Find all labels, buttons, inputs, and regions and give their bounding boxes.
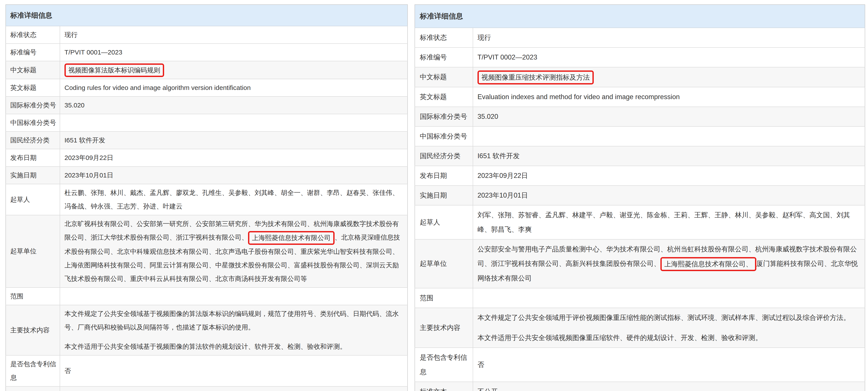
table-header-row: 标准详细信息: [6, 5, 408, 26]
field-value: 35.020: [60, 96, 408, 114]
detail-row: 国际标准分类号35.020: [6, 96, 408, 114]
detail-row: 中国标准分类号: [6, 114, 408, 132]
field-value: I651 软件开发: [473, 146, 865, 166]
field-label: 是否包含专利信息: [6, 355, 60, 386]
field-label: 英文标题: [6, 79, 60, 96]
standard-detail-table-left: 标准详细信息 标准状态现行标准编号T/PVIT 0001—2023中文标题视频图…: [5, 4, 408, 391]
detail-row: 标准状态现行: [6, 26, 408, 44]
field-label: 中文标题: [415, 67, 473, 87]
field-value: 北京旷视科技有限公司、公安部第一研究所、公安部第三研究所、华为技术有限公司、杭州…: [60, 215, 408, 287]
field-label: 中文标题: [6, 61, 60, 79]
field-value: [473, 288, 865, 308]
field-label: 主要技术内容: [6, 305, 60, 355]
field-value: 否: [60, 355, 408, 386]
field-value: T/PVIT 0002—2023: [473, 48, 865, 67]
field-label: 发布日期: [6, 149, 60, 167]
field-label: 起草人: [415, 205, 473, 240]
detail-row: 标准状态现行: [415, 28, 865, 48]
detail-row: 发布日期2023年09月22日: [415, 166, 865, 186]
table-title: 标准详细信息: [415, 5, 865, 28]
field-label: 发布日期: [415, 166, 473, 186]
red-highlight-box: 视频图像算法版本标识编码规则: [64, 63, 164, 77]
detail-row: 标准文本不公开: [415, 382, 865, 391]
field-label: 主要技术内容: [415, 308, 473, 348]
detail-row: 实施日期2023年10月01日: [6, 167, 408, 184]
field-label: 中国标准分类号: [415, 127, 473, 146]
field-label: 标准状态: [415, 28, 473, 48]
detail-table: 标准详细信息 标准状态现行标准编号T/PVIT 0002—2023中文标题视频图…: [414, 4, 865, 391]
detail-row: 标准文本不公开: [6, 386, 408, 391]
red-highlight-box: 上海熙菱信息技术有限公司: [248, 231, 335, 245]
detail-row: 范围: [415, 288, 865, 308]
field-label: 起草人: [6, 184, 60, 215]
detail-row: 标准编号T/PVIT 0001—2023: [6, 44, 408, 61]
field-label: 国际标准分类号: [415, 107, 473, 127]
field-value: 不公开: [60, 386, 408, 391]
field-label: 标准文本: [6, 386, 60, 391]
detail-row: 英文标题Evaluation indexes and method for vi…: [415, 87, 865, 107]
detail-row: 是否包含专利信息否: [6, 355, 408, 386]
detail-row: 英文标题Coding rules for video and image alg…: [6, 79, 408, 96]
field-label: 起草单位: [415, 240, 473, 288]
field-value: 本文件规定了公共安全领域基于视频图像的算法版本标识的编码规则，规范了使用符号、类…: [60, 305, 408, 355]
field-value: [473, 127, 865, 146]
detail-row: 国民经济分类I651 软件开发: [415, 146, 865, 166]
field-value: 现行: [473, 28, 865, 48]
field-value: T/PVIT 0001—2023: [60, 44, 408, 61]
field-label: 范围: [415, 288, 473, 308]
field-value: 现行: [60, 26, 408, 44]
detail-row: 范围: [6, 287, 408, 305]
detail-row: 是否包含专利信息否: [415, 348, 865, 382]
detail-row: 主要技术内容本文件规定了公共安全领域用于评价视频图像重压缩性能的测试指标、测试环…: [415, 308, 865, 348]
detail-row: 实施日期2023年10月01日: [415, 186, 865, 205]
value-text: 、北京格灵深瞳信息技术股份有限公司、北京中科臻观信息技术有限公司、北京声迅电子股…: [64, 234, 400, 282]
field-label: 标准文本: [415, 382, 473, 391]
detail-row: 起草单位北京旷视科技有限公司、公安部第一研究所、公安部第三研究所、华为技术有限公…: [6, 215, 408, 287]
value-paragraph: 本文件规定了公共安全领域基于视频图像的算法版本标识的编码规则，规范了使用符号、类…: [64, 307, 403, 334]
detail-row: 标准编号T/PVIT 0002—2023: [415, 48, 865, 67]
page: 标准详细信息 标准状态现行标准编号T/PVIT 0001—2023中文标题视频图…: [0, 0, 868, 391]
field-value: Evaluation indexes and method for video …: [473, 87, 865, 107]
detail-row: 主要技术内容本文件规定了公共安全领域基于视频图像的算法版本标识的编码规则，规范了…: [6, 305, 408, 355]
field-value: 视频图像算法版本标识编码规则: [60, 61, 408, 79]
field-value: [60, 287, 408, 305]
field-label: 国际标准分类号: [6, 96, 60, 114]
detail-row: 中文标题视频图像重压缩技术评测指标及方法: [415, 67, 865, 87]
field-value: 2023年09月22日: [473, 166, 865, 186]
detail-row: 发布日期2023年09月22日: [6, 149, 408, 167]
field-value: 2023年09月22日: [60, 149, 408, 167]
field-value: 35.020: [473, 107, 865, 127]
field-label: 范围: [6, 287, 60, 305]
detail-table: 标准详细信息 标准状态现行标准编号T/PVIT 0001—2023中文标题视频图…: [5, 4, 408, 391]
detail-row: 国民经济分类I651 软件开发: [6, 132, 408, 149]
detail-row: 中文标题视频图像算法版本标识编码规则: [6, 61, 408, 79]
field-label: 中国标准分类号: [6, 114, 60, 132]
field-label: 实施日期: [6, 167, 60, 184]
field-value: 否: [473, 348, 865, 382]
detail-row: 国际标准分类号35.020: [415, 107, 865, 127]
field-value: I651 软件开发: [60, 132, 408, 149]
field-label: 实施日期: [415, 186, 473, 205]
field-value: 公安部安全与警用电子产品质量检测中心、华为技术有限公司、杭州当虹科技股份有限公司…: [473, 240, 865, 288]
field-label: 是否包含专利信息: [415, 348, 473, 382]
detail-row: 起草单位公安部安全与警用电子产品质量检测中心、华为技术有限公司、杭州当虹科技股份…: [415, 240, 865, 288]
field-value: Coding rules for video and image algorit…: [60, 79, 408, 96]
field-value: 本文件规定了公共安全领域用于评价视频图像重压缩性能的测试指标、测试环境、测试样本…: [473, 308, 865, 348]
field-label: 起草单位: [6, 215, 60, 287]
table-header-row: 标准详细信息: [415, 5, 865, 28]
value-paragraph: 本文件适用于公共安全领域基于视频图像的算法软件的规划设计、软件开发、检测、验收和…: [64, 340, 403, 353]
table-title: 标准详细信息: [6, 5, 408, 26]
field-label: 标准编号: [415, 48, 473, 67]
detail-row: 起草人刘军、张翔、苏智睿、孟凡辉、林建平、卢毅、谢亚光、陈金栋、王莉、王辉、王静…: [415, 205, 865, 240]
red-highlight-box: 上海熙菱信息技术有限公司、: [660, 257, 756, 271]
field-label: 国民经济分类: [415, 146, 473, 166]
field-value: 刘军、张翔、苏智睿、孟凡辉、林建平、卢毅、谢亚光、陈金栋、王莉、王辉、王静、林川…: [473, 205, 865, 240]
field-value: [60, 114, 408, 132]
field-label: 英文标题: [415, 87, 473, 107]
standard-detail-table-right: 标准详细信息 标准状态现行标准编号T/PVIT 0002—2023中文标题视频图…: [414, 4, 865, 391]
detail-row: 起草人杜云鹏、张翔、林川、戴杰、孟凡辉、廖双龙、孔维生、吴参毅、刘其峰、胡全一、…: [6, 184, 408, 215]
field-label: 标准编号: [6, 44, 60, 61]
field-value: 视频图像重压缩技术评测指标及方法: [473, 67, 865, 87]
value-paragraph: 本文件规定了公共安全领域用于评价视频图像重压缩性能的测试指标、测试环境、测试样本…: [477, 310, 863, 325]
field-value: 杜云鹏、张翔、林川、戴杰、孟凡辉、廖双龙、孔维生、吴参毅、刘其峰、胡全一、谢群、…: [60, 184, 408, 215]
